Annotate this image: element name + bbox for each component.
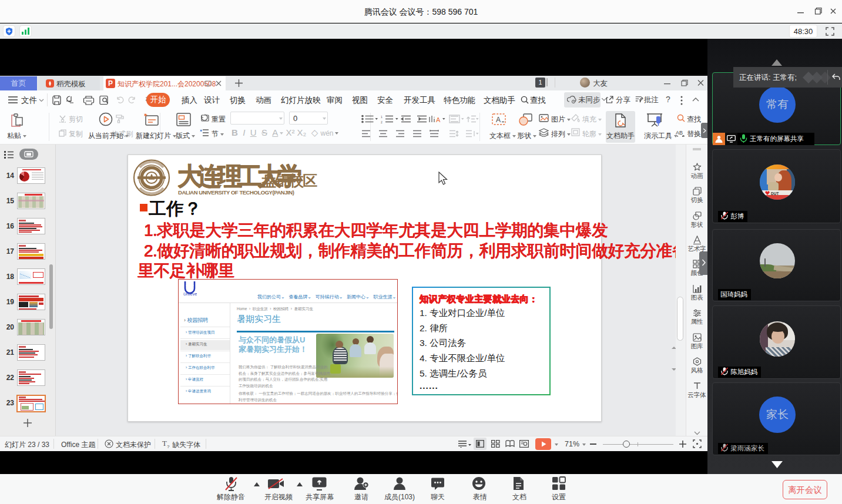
svg-text:Unilever: Unilever (183, 292, 197, 296)
svg-text:A: A (436, 116, 441, 123)
svg-text:A: A (496, 116, 501, 124)
svg-text:2: 2 (381, 120, 383, 124)
svg-text:1: 1 (381, 115, 383, 119)
svg-text:AB: AB (676, 130, 683, 136)
